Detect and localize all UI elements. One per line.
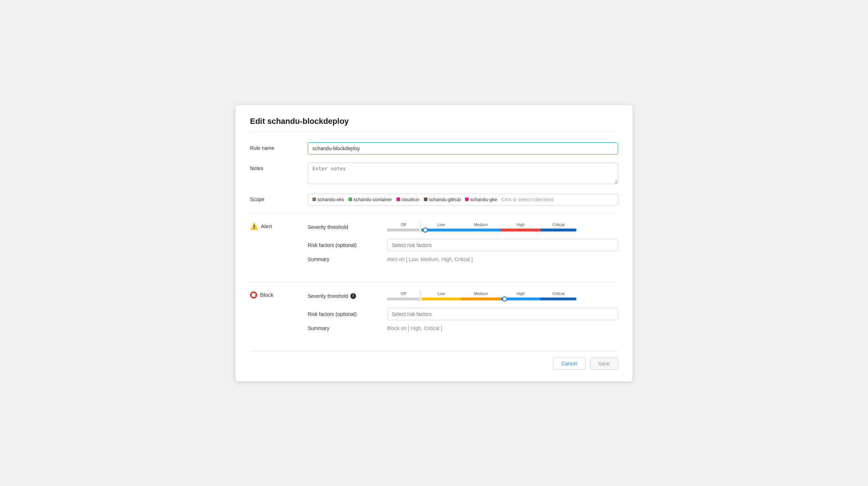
block-severity-row: Severity threshold ! Off Low bbox=[308, 291, 618, 301]
block-header-row: Block Severity threshold ! Off bbox=[250, 291, 618, 334]
alert-risk-label: Risk factors (optional) bbox=[308, 242, 387, 248]
sev-off-label-block: Off bbox=[401, 291, 406, 296]
block-risk-label: Risk factors (optional) bbox=[308, 311, 387, 317]
rule-name-label: Rule name bbox=[250, 142, 308, 151]
sev-high-label-alert: High bbox=[517, 222, 525, 227]
alert-severity-label: Severity threshold bbox=[308, 224, 387, 230]
scope-placeholder-text: Click to select collections bbox=[501, 197, 554, 202]
block-risk-input[interactable] bbox=[387, 308, 618, 320]
notes-input[interactable] bbox=[308, 162, 618, 184]
sev-critical-bar-alert bbox=[540, 229, 577, 231]
sev-off-segment-alert: Off bbox=[387, 222, 420, 231]
alert-summary-row: Summary Alert on [ Low, Medium, High, Cr… bbox=[308, 256, 618, 262]
sev-off-bar-alert bbox=[387, 229, 420, 231]
sev-high-segment-alert: High bbox=[501, 222, 540, 231]
scope-tag-cloudrun-label: cloudrun bbox=[402, 197, 420, 202]
scope-tag-container: schandu-container bbox=[348, 197, 392, 202]
block-label: Block bbox=[260, 292, 273, 298]
block-severity-slider[interactable]: Off Low Medium bbox=[387, 291, 577, 301]
block-info-icon[interactable]: ! bbox=[350, 293, 356, 299]
block-summary-row: Summary Block on [ High, Critical ] bbox=[308, 325, 618, 331]
sev-high-bar-alert bbox=[501, 229, 540, 231]
alert-summary-text: Alert on [ Low, Medium, High, Critical ] bbox=[387, 256, 473, 262]
scope-dot-cloudrun bbox=[396, 198, 400, 201]
divider-1 bbox=[250, 213, 618, 214]
sev-critical-segment-block: Critical bbox=[540, 291, 577, 300]
block-summary-label: Summary bbox=[308, 325, 387, 331]
sev-medium-label-block: Medium bbox=[474, 291, 488, 296]
block-section: Block Severity threshold ! Off bbox=[250, 291, 618, 343]
rule-name-row: Rule name bbox=[250, 142, 618, 155]
scope-dot-eks bbox=[312, 198, 316, 201]
scope-tag-github-label: schandu-github bbox=[429, 197, 461, 202]
sev-divider-alert bbox=[420, 222, 421, 233]
sev-high-segment-block: High bbox=[501, 291, 540, 300]
notes-field bbox=[308, 162, 618, 186]
block-stop-icon bbox=[250, 291, 257, 299]
sev-medium-label-alert: Medium bbox=[474, 222, 488, 227]
sev-medium-bar-block bbox=[461, 298, 501, 300]
sev-divider-block bbox=[420, 291, 421, 301]
scope-dot-gke bbox=[465, 198, 469, 201]
alert-warning-icon: ⚠️ bbox=[250, 222, 258, 230]
divider-2 bbox=[250, 282, 618, 283]
save-button[interactable]: Save bbox=[590, 357, 618, 370]
sev-low-label-block: Low bbox=[438, 291, 445, 296]
scope-tag-gke: schandu-gke bbox=[465, 197, 497, 202]
sev-high-bar-block bbox=[501, 298, 540, 300]
sev-low-segment-block: Low bbox=[421, 291, 461, 300]
block-icon-label: Block bbox=[250, 291, 308, 299]
sev-critical-label-alert: Critical bbox=[552, 222, 565, 227]
alert-summary-label: Summary bbox=[308, 256, 387, 262]
scope-row: Scope schandu-eks schandu-container clou… bbox=[250, 194, 618, 205]
sev-medium-segment-block: Medium bbox=[461, 291, 501, 300]
scope-tag-container-label: schandu-container bbox=[354, 197, 392, 202]
sev-low-label-alert: Low bbox=[438, 222, 445, 227]
block-severity-label: Severity threshold ! bbox=[308, 293, 387, 299]
scope-tag-eks-label: schandu-eks bbox=[317, 197, 344, 202]
block-content: Severity threshold ! Off Low bbox=[308, 291, 618, 334]
sev-off-segment-block: Off bbox=[387, 291, 420, 300]
block-summary-text: Block on [ High, Critical ] bbox=[387, 325, 442, 331]
sev-low-segment-alert: Low bbox=[421, 222, 461, 231]
block-risk-row: Risk factors (optional) bbox=[308, 308, 618, 320]
notes-row: Notes bbox=[250, 162, 618, 186]
alert-label: Alert bbox=[261, 223, 272, 229]
scope-tag-gke-label: schandu-gke bbox=[470, 197, 497, 202]
scope-tag-github: schandu-github bbox=[424, 197, 461, 202]
scope-dot-container bbox=[348, 198, 352, 201]
scope-tag-eks: schandu-eks bbox=[312, 197, 344, 202]
alert-section: ⚠️ Alert Severity threshold Off bbox=[250, 222, 618, 274]
scope-field: schandu-eks schandu-container cloudrun s… bbox=[308, 194, 618, 205]
alert-severity-row: Severity threshold Off Low bbox=[308, 222, 618, 233]
sev-medium-segment-alert: Medium bbox=[461, 222, 501, 231]
alert-icon-label: ⚠️ Alert bbox=[250, 222, 308, 230]
scope-label: Scope bbox=[250, 194, 308, 202]
alert-content: Severity threshold Off Low bbox=[308, 222, 618, 265]
edit-modal: Edit schandu-blockdeploy Rule name Notes… bbox=[236, 105, 632, 381]
alert-risk-row: Risk factors (optional) bbox=[308, 239, 618, 251]
cancel-button[interactable]: Cancel bbox=[553, 357, 586, 370]
modal-footer: Cancel Save bbox=[250, 351, 618, 370]
rule-name-field bbox=[308, 142, 618, 155]
alert-risk-input[interactable] bbox=[387, 239, 618, 251]
sev-critical-label-block: Critical bbox=[552, 291, 565, 296]
block-stop-inner bbox=[252, 293, 255, 297]
sev-critical-bar-block bbox=[540, 298, 577, 300]
notes-label: Notes bbox=[250, 162, 308, 171]
sev-off-label-alert: Off bbox=[401, 222, 406, 227]
sev-low-bar-block bbox=[421, 298, 461, 300]
sev-high-label-block: High bbox=[517, 291, 525, 296]
alert-header-row: ⚠️ Alert Severity threshold Off bbox=[250, 222, 618, 265]
sev-critical-segment-alert: Critical bbox=[540, 222, 577, 231]
sev-low-bar-alert bbox=[421, 229, 461, 231]
alert-severity-slider[interactable]: Off Low bbox=[387, 222, 577, 233]
scope-tag-cloudrun: cloudrun bbox=[396, 197, 420, 202]
rule-name-input[interactable] bbox=[308, 142, 618, 155]
page-title: Edit schandu-blockdeploy bbox=[250, 117, 618, 132]
scope-dot-github bbox=[424, 198, 428, 201]
scope-selector[interactable]: schandu-eks schandu-container cloudrun s… bbox=[308, 194, 618, 205]
sev-medium-bar-alert bbox=[461, 229, 501, 231]
sev-off-bar-block bbox=[387, 298, 420, 300]
